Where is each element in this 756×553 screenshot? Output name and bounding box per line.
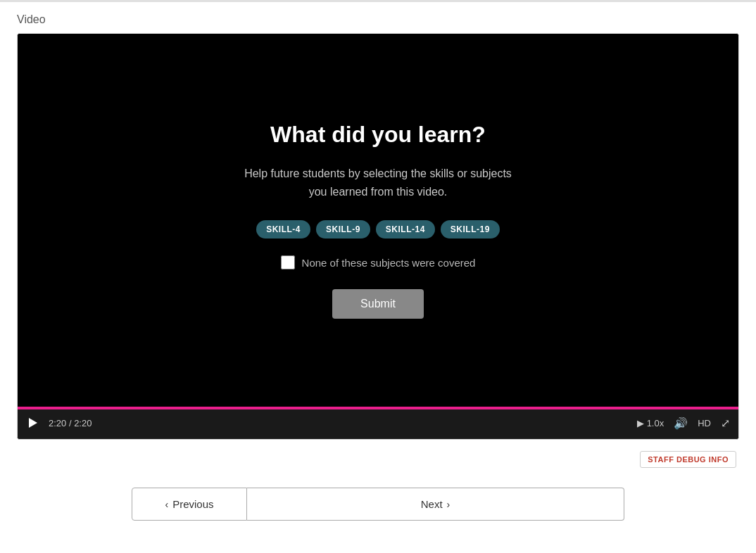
- section-label: Video: [17, 13, 739, 26]
- video-screen: What did you learn? Help future students…: [18, 34, 738, 407]
- progress-bar-container: [18, 407, 738, 409]
- submit-button[interactable]: Submit: [332, 289, 424, 319]
- volume-button[interactable]: 🔊: [674, 417, 688, 430]
- speed-arrow: ▶: [637, 418, 644, 428]
- skill-badge-4[interactable]: SKILL-4: [256, 220, 310, 239]
- speed-button[interactable]: ▶ 1.0x: [637, 418, 664, 428]
- chevron-left-icon: ‹: [165, 499, 168, 510]
- none-covered-label: None of these subjects were covered: [302, 257, 476, 269]
- progress-bar-fill: [18, 407, 738, 409]
- none-covered-row: None of these subjects were covered: [281, 255, 476, 269]
- quiz-subtitle: Help future students by selecting the sk…: [244, 165, 512, 201]
- hd-button[interactable]: HD: [698, 418, 711, 428]
- video-controls: 2:20 / 2:20 ▶ 1.0x 🔊 HD ⤢: [18, 407, 738, 439]
- speed-value: 1.0x: [647, 418, 664, 428]
- below-video: STAFF DEBUG INFO: [17, 451, 739, 468]
- time-display: 2:20 / 2:20: [49, 418, 629, 428]
- staff-debug-button[interactable]: STAFF DEBUG INFO: [640, 451, 736, 468]
- nav-row: ‹ Previous Next ›: [132, 488, 624, 521]
- controls-right: ▶ 1.0x 🔊 HD ⤢: [637, 417, 730, 430]
- chevron-right-icon: ›: [447, 499, 451, 510]
- previous-button[interactable]: ‹ Previous: [132, 488, 247, 521]
- page-container: Video What did you learn? Help future st…: [0, 2, 756, 538]
- skill-badge-9[interactable]: SKILL-9: [316, 220, 370, 239]
- play-icon: [29, 418, 37, 428]
- fullscreen-button[interactable]: ⤢: [721, 417, 730, 430]
- skill-badge-19[interactable]: SKILL-19: [441, 220, 500, 239]
- video-wrapper: What did you learn? Help future students…: [17, 33, 739, 440]
- next-label: Next: [421, 498, 443, 510]
- next-button[interactable]: Next ›: [247, 488, 624, 521]
- quiz-title: What did you learn?: [270, 122, 486, 148]
- quiz-overlay: What did you learn? Help future students…: [244, 122, 512, 319]
- skill-badge-14[interactable]: SKILL-14: [376, 220, 435, 239]
- previous-label: Previous: [172, 498, 213, 510]
- none-covered-checkbox[interactable]: [281, 255, 295, 269]
- skills-row: SKILL-4 SKILL-9 SKILL-14 SKILL-19: [256, 220, 500, 239]
- play-button[interactable]: [26, 415, 40, 431]
